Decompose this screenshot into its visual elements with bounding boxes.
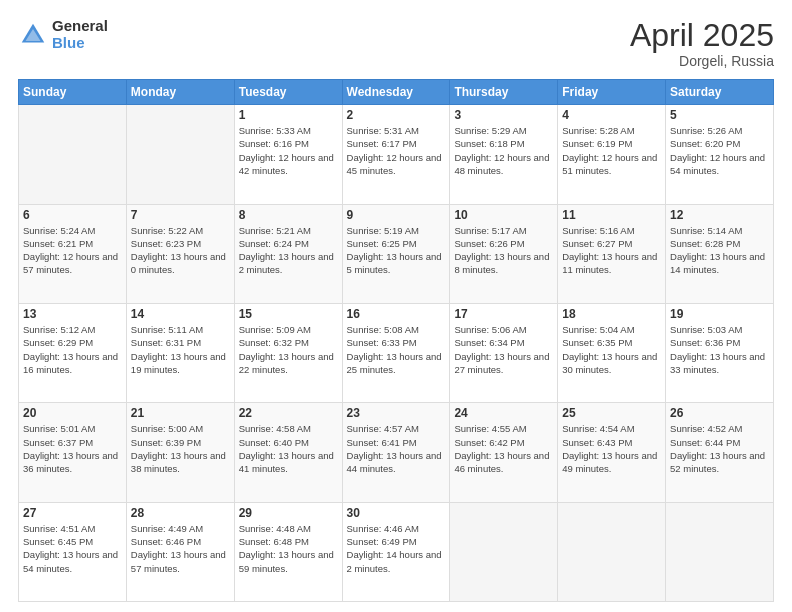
day-info: Sunrise: 5:00 AM Sunset: 6:39 PM Dayligh… [131, 422, 230, 475]
day-info: Sunrise: 5:26 AM Sunset: 6:20 PM Dayligh… [670, 124, 769, 177]
day-info: Sunrise: 5:29 AM Sunset: 6:18 PM Dayligh… [454, 124, 553, 177]
calendar-cell: 28Sunrise: 4:49 AM Sunset: 6:46 PM Dayli… [126, 502, 234, 601]
day-info: Sunrise: 5:09 AM Sunset: 6:32 PM Dayligh… [239, 323, 338, 376]
calendar-cell: 15Sunrise: 5:09 AM Sunset: 6:32 PM Dayli… [234, 303, 342, 402]
day-number: 28 [131, 506, 230, 520]
day-number: 5 [670, 108, 769, 122]
day-number: 26 [670, 406, 769, 420]
calendar-cell [19, 105, 127, 204]
calendar-cell: 1Sunrise: 5:33 AM Sunset: 6:16 PM Daylig… [234, 105, 342, 204]
calendar-cell: 16Sunrise: 5:08 AM Sunset: 6:33 PM Dayli… [342, 303, 450, 402]
calendar-cell: 29Sunrise: 4:48 AM Sunset: 6:48 PM Dayli… [234, 502, 342, 601]
day-info: Sunrise: 5:16 AM Sunset: 6:27 PM Dayligh… [562, 224, 661, 277]
day-number: 24 [454, 406, 553, 420]
calendar-cell: 10Sunrise: 5:17 AM Sunset: 6:26 PM Dayli… [450, 204, 558, 303]
day-info: Sunrise: 5:03 AM Sunset: 6:36 PM Dayligh… [670, 323, 769, 376]
day-of-week-header: Tuesday [234, 80, 342, 105]
calendar-cell: 18Sunrise: 5:04 AM Sunset: 6:35 PM Dayli… [558, 303, 666, 402]
calendar-cell: 12Sunrise: 5:14 AM Sunset: 6:28 PM Dayli… [666, 204, 774, 303]
logo-icon [18, 20, 48, 50]
calendar-cell [126, 105, 234, 204]
day-of-week-header: Sunday [19, 80, 127, 105]
page: General Blue April 2025 Dorgeli, Russia … [0, 0, 792, 612]
day-info: Sunrise: 5:14 AM Sunset: 6:28 PM Dayligh… [670, 224, 769, 277]
day-number: 15 [239, 307, 338, 321]
day-info: Sunrise: 4:54 AM Sunset: 6:43 PM Dayligh… [562, 422, 661, 475]
day-info: Sunrise: 5:01 AM Sunset: 6:37 PM Dayligh… [23, 422, 122, 475]
day-number: 9 [347, 208, 446, 222]
day-number: 22 [239, 406, 338, 420]
day-info: Sunrise: 4:49 AM Sunset: 6:46 PM Dayligh… [131, 522, 230, 575]
calendar-cell: 3Sunrise: 5:29 AM Sunset: 6:18 PM Daylig… [450, 105, 558, 204]
title-block: April 2025 Dorgeli, Russia [630, 18, 774, 69]
day-of-week-header: Monday [126, 80, 234, 105]
calendar-cell: 20Sunrise: 5:01 AM Sunset: 6:37 PM Dayli… [19, 403, 127, 502]
location-subtitle: Dorgeli, Russia [630, 53, 774, 69]
day-number: 10 [454, 208, 553, 222]
calendar-week-row: 27Sunrise: 4:51 AM Sunset: 6:45 PM Dayli… [19, 502, 774, 601]
calendar-cell: 2Sunrise: 5:31 AM Sunset: 6:17 PM Daylig… [342, 105, 450, 204]
calendar-cell: 13Sunrise: 5:12 AM Sunset: 6:29 PM Dayli… [19, 303, 127, 402]
day-number: 7 [131, 208, 230, 222]
day-number: 11 [562, 208, 661, 222]
logo-blue-text: Blue [52, 35, 108, 52]
day-info: Sunrise: 4:55 AM Sunset: 6:42 PM Dayligh… [454, 422, 553, 475]
calendar-cell: 11Sunrise: 5:16 AM Sunset: 6:27 PM Dayli… [558, 204, 666, 303]
header: General Blue April 2025 Dorgeli, Russia [18, 18, 774, 69]
calendar-cell [666, 502, 774, 601]
day-info: Sunrise: 4:48 AM Sunset: 6:48 PM Dayligh… [239, 522, 338, 575]
day-number: 16 [347, 307, 446, 321]
calendar-cell: 30Sunrise: 4:46 AM Sunset: 6:49 PM Dayli… [342, 502, 450, 601]
day-number: 8 [239, 208, 338, 222]
day-info: Sunrise: 5:31 AM Sunset: 6:17 PM Dayligh… [347, 124, 446, 177]
day-of-week-header: Friday [558, 80, 666, 105]
month-title: April 2025 [630, 18, 774, 53]
calendar-cell: 26Sunrise: 4:52 AM Sunset: 6:44 PM Dayli… [666, 403, 774, 502]
calendar-cell: 27Sunrise: 4:51 AM Sunset: 6:45 PM Dayli… [19, 502, 127, 601]
day-of-week-header: Saturday [666, 80, 774, 105]
calendar-cell: 24Sunrise: 4:55 AM Sunset: 6:42 PM Dayli… [450, 403, 558, 502]
day-of-week-header: Thursday [450, 80, 558, 105]
day-number: 3 [454, 108, 553, 122]
day-number: 18 [562, 307, 661, 321]
day-number: 21 [131, 406, 230, 420]
calendar-cell: 8Sunrise: 5:21 AM Sunset: 6:24 PM Daylig… [234, 204, 342, 303]
day-info: Sunrise: 5:04 AM Sunset: 6:35 PM Dayligh… [562, 323, 661, 376]
calendar-cell: 25Sunrise: 4:54 AM Sunset: 6:43 PM Dayli… [558, 403, 666, 502]
calendar-cell: 23Sunrise: 4:57 AM Sunset: 6:41 PM Dayli… [342, 403, 450, 502]
day-number: 27 [23, 506, 122, 520]
calendar-week-row: 6Sunrise: 5:24 AM Sunset: 6:21 PM Daylig… [19, 204, 774, 303]
calendar-table: SundayMondayTuesdayWednesdayThursdayFrid… [18, 79, 774, 602]
day-number: 20 [23, 406, 122, 420]
day-info: Sunrise: 4:57 AM Sunset: 6:41 PM Dayligh… [347, 422, 446, 475]
day-info: Sunrise: 5:12 AM Sunset: 6:29 PM Dayligh… [23, 323, 122, 376]
day-number: 14 [131, 307, 230, 321]
day-info: Sunrise: 4:52 AM Sunset: 6:44 PM Dayligh… [670, 422, 769, 475]
day-number: 17 [454, 307, 553, 321]
day-info: Sunrise: 5:08 AM Sunset: 6:33 PM Dayligh… [347, 323, 446, 376]
calendar-header-row: SundayMondayTuesdayWednesdayThursdayFrid… [19, 80, 774, 105]
day-number: 6 [23, 208, 122, 222]
calendar-cell: 17Sunrise: 5:06 AM Sunset: 6:34 PM Dayli… [450, 303, 558, 402]
day-number: 19 [670, 307, 769, 321]
calendar-cell [558, 502, 666, 601]
calendar-week-row: 1Sunrise: 5:33 AM Sunset: 6:16 PM Daylig… [19, 105, 774, 204]
calendar-cell: 22Sunrise: 4:58 AM Sunset: 6:40 PM Dayli… [234, 403, 342, 502]
day-info: Sunrise: 5:06 AM Sunset: 6:34 PM Dayligh… [454, 323, 553, 376]
day-info: Sunrise: 5:33 AM Sunset: 6:16 PM Dayligh… [239, 124, 338, 177]
day-info: Sunrise: 5:21 AM Sunset: 6:24 PM Dayligh… [239, 224, 338, 277]
calendar-cell [450, 502, 558, 601]
day-number: 1 [239, 108, 338, 122]
calendar-week-row: 20Sunrise: 5:01 AM Sunset: 6:37 PM Dayli… [19, 403, 774, 502]
day-number: 25 [562, 406, 661, 420]
calendar-cell: 7Sunrise: 5:22 AM Sunset: 6:23 PM Daylig… [126, 204, 234, 303]
day-info: Sunrise: 4:51 AM Sunset: 6:45 PM Dayligh… [23, 522, 122, 575]
logo-text: General Blue [52, 18, 108, 51]
day-info: Sunrise: 4:46 AM Sunset: 6:49 PM Dayligh… [347, 522, 446, 575]
calendar-cell: 14Sunrise: 5:11 AM Sunset: 6:31 PM Dayli… [126, 303, 234, 402]
calendar-cell: 9Sunrise: 5:19 AM Sunset: 6:25 PM Daylig… [342, 204, 450, 303]
calendar-cell: 6Sunrise: 5:24 AM Sunset: 6:21 PM Daylig… [19, 204, 127, 303]
day-info: Sunrise: 5:22 AM Sunset: 6:23 PM Dayligh… [131, 224, 230, 277]
day-number: 13 [23, 307, 122, 321]
calendar-cell: 5Sunrise: 5:26 AM Sunset: 6:20 PM Daylig… [666, 105, 774, 204]
